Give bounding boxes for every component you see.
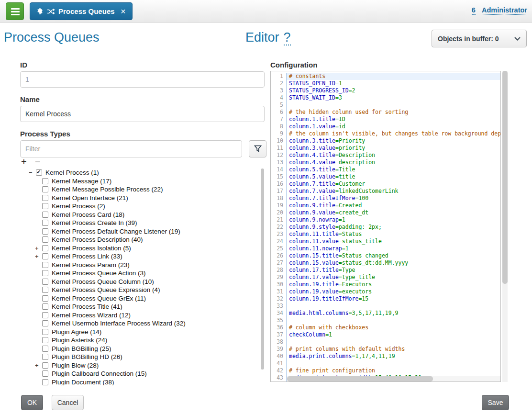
tree-checkbox[interactable] (42, 354, 48, 360)
tree-item-label: Kernel Process Queue Action (3) (52, 269, 146, 277)
help-link[interactable]: ? (284, 30, 291, 45)
ok-button[interactable]: OK (21, 395, 43, 410)
tree-checkbox[interactable] (42, 228, 48, 235)
tree-checkbox[interactable] (42, 279, 48, 285)
user-area: 6 Administrator (472, 6, 527, 15)
tree-item[interactable]: Kernel Message (17) (20, 177, 259, 186)
tree-item-label: Plugin Blow (28) (52, 362, 99, 369)
tree-checkbox[interactable] (42, 220, 48, 226)
tree-checkbox[interactable] (42, 303, 48, 310)
tree-expander-icon[interactable]: + (35, 362, 42, 369)
tree-expander-icon[interactable]: − (29, 169, 36, 176)
tree-expander-icon[interactable]: + (35, 253, 42, 260)
tree-checkbox[interactable] (42, 295, 48, 302)
tree-checkbox[interactable] (42, 236, 48, 243)
tree-item[interactable]: Plugin BGBilling HD (26) (20, 353, 259, 361)
configuration-code-editor[interactable]: 1# constants2STATUS_OPEN_ID=13STATUS_PRO… (270, 71, 501, 382)
tree-item[interactable]: Kernel Process Default Change Listener (… (20, 227, 259, 236)
editor-vertical-scrollbar[interactable] (502, 71, 508, 382)
tree-checkbox[interactable] (42, 212, 48, 218)
editor-horizontal-scrollbar[interactable] (287, 376, 500, 381)
line-number: 19 (271, 202, 287, 209)
filter-input[interactable] (20, 140, 242, 157)
code-line: 6# the hidden column used for sorting (271, 109, 500, 116)
tree-item[interactable]: Kernel Usermob Interface Process Wizard … (20, 319, 259, 328)
notification-count-link[interactable]: 6 (472, 6, 476, 15)
tree-item[interactable]: Kernel Process Param (23) (20, 261, 259, 269)
tree-item[interactable]: Plugin BGBilling (25) (20, 345, 259, 353)
tree-scrollbar[interactable] (261, 168, 264, 370)
tree-item[interactable]: Plugin Callboard Connection (15) (20, 370, 259, 378)
hamburger-menu-button[interactable] (6, 2, 24, 20)
tree-checkbox[interactable] (42, 312, 48, 318)
code-line: 40media.print.columns=1,17,4,11,19 (271, 353, 500, 360)
tree-item[interactable]: Kernel Process Wizard (12) (20, 311, 259, 320)
scrollbar-thumb[interactable] (287, 376, 433, 381)
line-number: 43 (271, 374, 287, 381)
cancel-button[interactable]: Cancel (52, 395, 84, 410)
tree-checkbox[interactable] (42, 370, 48, 377)
code-line: 12column.4.title=Description (271, 152, 500, 159)
tree-item[interactable]: Kernel Open Interface (21) (20, 194, 259, 202)
tree-checkbox[interactable] (42, 379, 48, 385)
tree-item[interactable]: +Kernel Process Isolation (5) (20, 244, 259, 253)
line-number: 30 (271, 281, 287, 288)
tree-item[interactable]: Plugin Document (38) (20, 378, 259, 386)
line-number: 7 (271, 116, 287, 123)
tree-item[interactable]: Kernel Process Create In (39) (20, 219, 259, 227)
id-label: ID (20, 61, 27, 69)
tree-checkbox[interactable] (42, 362, 48, 369)
name-label: Name (20, 95, 40, 103)
code-line: 10column.3.title=Priority (271, 137, 500, 145)
tree-checkbox[interactable] (42, 287, 48, 293)
tree-item[interactable]: Kernel Process Queue Column (10) (20, 278, 259, 286)
collapse-all-button[interactable]: − (35, 157, 41, 167)
tree-item-label: Kernel Usermob Interface Process Wizard … (52, 320, 186, 327)
editor-title: Editor? (245, 30, 291, 45)
tab-process-queues[interactable]: Process Queues ✕ (30, 2, 133, 20)
tree-item[interactable]: −Kernel Process (1) (20, 168, 259, 177)
code-line: 23column.11.title=Status (271, 231, 500, 238)
tree-expander-icon[interactable]: + (35, 245, 42, 252)
name-field[interactable] (20, 106, 265, 122)
save-button[interactable]: Save (482, 395, 509, 410)
tree-item[interactable]: Kernel Process Card (18) (20, 211, 259, 219)
tree-checkbox[interactable] (42, 262, 48, 268)
tree-item[interactable]: Kernel Process Queue Expression (4) (20, 286, 259, 294)
tree-checkbox[interactable] (42, 253, 48, 259)
tree-item[interactable]: Kernel Process Description (40) (20, 236, 259, 244)
tree-checkbox[interactable] (42, 329, 48, 335)
filter-button[interactable] (249, 140, 266, 157)
scrollbar-thumb[interactable] (502, 71, 508, 284)
tree-item[interactable]: Kernel Message Possible Process (22) (20, 185, 259, 194)
tree-item-label: Plugin BGBilling HD (26) (52, 353, 122, 360)
tree-item[interactable]: Kernel Process Title (41) (20, 303, 259, 311)
tree-checkbox[interactable] (42, 346, 48, 352)
user-link[interactable]: Administrator (482, 6, 527, 15)
tree-checkbox[interactable] (42, 203, 48, 209)
tree-checkbox[interactable] (42, 337, 48, 343)
tree-checkbox[interactable] (42, 270, 48, 276)
objects-in-buffer-dropdown[interactable]: Objects in buffer: 0 (432, 30, 527, 47)
tree-checkbox[interactable] (42, 178, 48, 184)
code-line: 4STATUS_WAIT_ID=3 (271, 94, 500, 101)
id-field[interactable] (20, 71, 265, 88)
tree-item[interactable]: Plugin Agree (14) (20, 328, 259, 336)
code-line: 32column.19.titleIfMore=15 (271, 295, 500, 303)
tree-item[interactable]: Plugin Asterisk (24) (20, 336, 259, 345)
tab-close-icon[interactable]: ✕ (121, 8, 126, 15)
tree-checkbox[interactable] (42, 320, 48, 326)
tree-checkbox[interactable] (42, 186, 48, 192)
line-number: 37 (271, 331, 287, 338)
tree-checkbox[interactable] (42, 245, 48, 251)
tree-item-label: Plugin Agree (14) (52, 328, 101, 336)
tree-item[interactable]: +Plugin Blow (28) (20, 361, 259, 370)
tree-item[interactable]: Kernel Process Queue GrEx (11) (20, 294, 259, 303)
tree-item[interactable]: Kernel Process (2) (20, 202, 259, 211)
tree-item-label: Kernel Process Default Change Listener (… (52, 228, 180, 235)
tree-item[interactable]: +Kernel Process Link (33) (20, 252, 259, 261)
expand-all-button[interactable]: + (21, 157, 27, 167)
tree-checkbox[interactable] (42, 195, 48, 201)
tree-checkbox[interactable] (36, 169, 42, 176)
tree-item[interactable]: Kernel Process Queue Action (3) (20, 269, 259, 278)
